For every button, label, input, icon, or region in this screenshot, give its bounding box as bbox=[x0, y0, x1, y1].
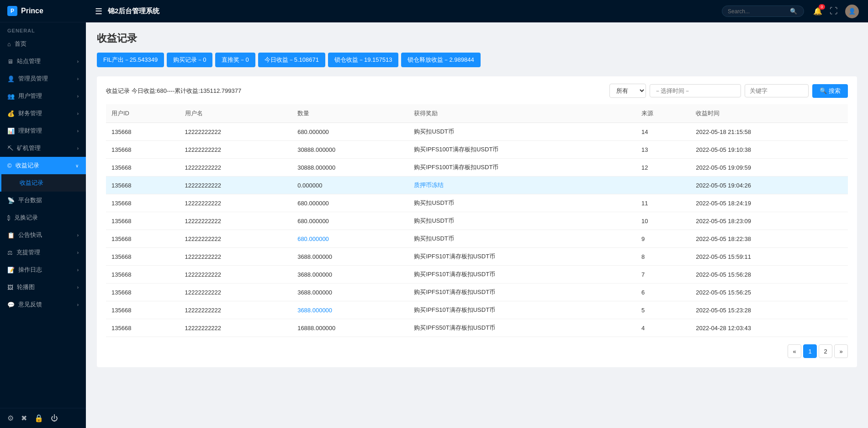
cell-amount: 16888.000000 bbox=[292, 319, 408, 337]
col-user-id: 用户ID bbox=[106, 104, 180, 123]
table-row: 135668 12222222222 3688.000000 购买IPFS10T… bbox=[106, 284, 848, 301]
sidebar-item-label: 理财管理 bbox=[18, 127, 42, 135]
search-input[interactable] bbox=[728, 8, 787, 15]
sidebar-item-label: 管理员管理 bbox=[18, 75, 48, 83]
wealth-icon: 📊 bbox=[7, 128, 15, 134]
cell-time: 2022-05-05 15:56:25 bbox=[690, 284, 848, 301]
cell-user-id: 135668 bbox=[106, 319, 180, 337]
sidebar-item-site[interactable]: 🖥 站点管理 › bbox=[0, 53, 86, 70]
sidebar-item-label: 平台数据 bbox=[18, 196, 42, 204]
cell-user-id: 135668 bbox=[106, 123, 180, 141]
stat-fil[interactable]: FIL产出－25.543349 bbox=[97, 53, 164, 67]
cell-username: 12222222222 bbox=[180, 284, 292, 301]
cell-source: 13 bbox=[636, 141, 690, 159]
hamburger-icon[interactable]: ☰ bbox=[95, 6, 102, 16]
filter-row: 收益记录 今日收益:680----累计收益:135112.799377 所有 购… bbox=[106, 84, 848, 98]
settings-icon[interactable]: ⚙ bbox=[7, 414, 14, 423]
cell-time: 2022-05-05 18:23:09 bbox=[690, 212, 848, 230]
cell-user-id: 135668 bbox=[106, 212, 180, 230]
col-reward: 获得奖励 bbox=[408, 104, 636, 123]
chevron-right-icon: › bbox=[77, 59, 79, 64]
sidebar-item-label: 首页 bbox=[15, 40, 26, 48]
cell-amount: 680.000000 bbox=[292, 123, 408, 141]
stat-buy[interactable]: 购买记录－0 bbox=[167, 53, 212, 67]
logo-icon: P bbox=[7, 6, 17, 16]
col-source: 来源 bbox=[636, 104, 690, 123]
cell-source bbox=[636, 177, 690, 194]
app-logo[interactable]: P Prince bbox=[0, 0, 86, 22]
cell-reward: 购买扣USDT币 bbox=[408, 194, 636, 212]
sidebar-item-admin[interactable]: 👤 管理员管理 › bbox=[0, 70, 86, 87]
table-row: 135668 12222222222 680.000000 购买扣USDT币 1… bbox=[106, 212, 848, 230]
cell-username: 12222222222 bbox=[180, 266, 292, 284]
sidebar-item-withdraw[interactable]: ⚖ 充提管理 › bbox=[0, 244, 86, 261]
table-row: 135668 12222222222 680.000000 购买扣USDT币 1… bbox=[106, 123, 848, 141]
filter-date-input[interactable] bbox=[650, 84, 741, 97]
sidebar-item-earnings[interactable]: © 收益记录 ∨ bbox=[0, 157, 86, 174]
page-1[interactable]: 1 bbox=[803, 344, 817, 358]
stat-today[interactable]: 今日收益－5.108671 bbox=[258, 53, 325, 67]
banner-icon: 🖼 bbox=[7, 284, 13, 291]
cell-amount: 3688.000000 bbox=[292, 284, 408, 301]
oplog-icon: 📝 bbox=[7, 267, 15, 273]
table-row: 135668 12222222222 3688.000000 购买IPFS10T… bbox=[106, 266, 848, 284]
page-next[interactable]: » bbox=[834, 344, 848, 358]
sidebar-item-miner[interactable]: ⛏ 矿机管理 › bbox=[0, 139, 86, 157]
chevron-down-icon: ∨ bbox=[75, 163, 79, 168]
sidebar-item-oplog[interactable]: 📝 操作日志 › bbox=[0, 261, 86, 278]
sidebar-section-label: GENERAL bbox=[0, 22, 86, 35]
sidebar-item-finance[interactable]: 💰 财务管理 › bbox=[0, 105, 86, 122]
topbar-icons: 🔔 0 ⛶ 👤 bbox=[813, 5, 859, 18]
chevron-right-icon: › bbox=[77, 128, 79, 134]
sidebar-item-label: 公告快讯 bbox=[18, 231, 42, 239]
search-button[interactable]: 🔍 搜索 bbox=[812, 84, 848, 98]
cell-user-id: 135668 bbox=[106, 141, 180, 159]
filter-keyword-input[interactable] bbox=[745, 84, 809, 97]
cell-username: 12222222222 bbox=[180, 141, 292, 159]
page-2[interactable]: 2 bbox=[819, 344, 832, 358]
sidebar-item-home[interactable]: ⌂ 首页 bbox=[0, 35, 86, 53]
cell-source: 6 bbox=[636, 284, 690, 301]
home-icon: ⌂ bbox=[7, 41, 11, 48]
sidebar-item-user[interactable]: 👥 用户管理 › bbox=[0, 87, 86, 105]
cell-username: 12222222222 bbox=[180, 319, 292, 337]
close-icon[interactable]: ✖ bbox=[21, 414, 27, 423]
filter-select[interactable]: 所有 购买 直推 锁仓 bbox=[609, 84, 646, 98]
sidebar-item-wealth[interactable]: 📊 理财管理 › bbox=[0, 122, 86, 139]
chevron-right-icon: › bbox=[77, 76, 79, 81]
earnings-table: 用户ID 用户名 数量 获得奖励 来源 收益时间 135668 12222222… bbox=[106, 104, 848, 337]
notification-icon[interactable]: 🔔 0 bbox=[813, 7, 822, 16]
chevron-right-icon: › bbox=[77, 94, 79, 99]
content-area: 收益记录 FIL产出－25.543349 购买记录－0 直推奖－0 今日收益－5… bbox=[86, 22, 868, 428]
cell-reward: 购买扣USDT币 bbox=[408, 212, 636, 230]
sidebar-item-label: 站点管理 bbox=[17, 57, 41, 65]
cell-reward: 购买IPFS50T满存板扣USDT币 bbox=[408, 319, 636, 337]
finance-icon: 💰 bbox=[7, 110, 15, 117]
search-icon: 🔍 bbox=[790, 8, 797, 15]
sidebar-item-feedback[interactable]: 💬 意见反馈 › bbox=[0, 296, 86, 313]
cell-amount: 3688.000000 bbox=[292, 301, 408, 319]
sidebar-item-earnings-sub[interactable]: 收益记录 bbox=[0, 174, 86, 192]
page-title: 收益记录 bbox=[97, 32, 857, 45]
sidebar: P Prince GENERAL ⌂ 首页 🖥 站点管理 › 👤 管理员管理 ›… bbox=[0, 0, 86, 428]
power-icon[interactable]: ⏻ bbox=[51, 414, 58, 423]
cell-reward: 购买IPFS10T满存板扣USDT币 bbox=[408, 248, 636, 266]
expand-icon[interactable]: ⛶ bbox=[830, 6, 838, 16]
lock-icon[interactable]: 🔒 bbox=[34, 414, 43, 423]
chevron-right-icon: › bbox=[77, 250, 79, 255]
sidebar-item-notice[interactable]: 📋 公告快讯 › bbox=[0, 226, 86, 244]
stat-lock[interactable]: 锁仓收益－19.157513 bbox=[328, 53, 398, 67]
page-prev[interactable]: « bbox=[788, 344, 801, 358]
sidebar-item-platform[interactable]: 📡 平台数据 bbox=[0, 192, 86, 209]
sidebar-item-label: 操作日志 bbox=[18, 266, 42, 274]
cell-username: 12222222222 bbox=[180, 230, 292, 248]
pagination: « 1 2 » bbox=[106, 337, 848, 360]
sidebar-item-banner[interactable]: 🖼 轮播图 › bbox=[0, 278, 86, 296]
stat-direct[interactable]: 直推奖－0 bbox=[215, 53, 255, 67]
cell-username: 12222222222 bbox=[180, 123, 292, 141]
avatar[interactable]: 👤 bbox=[845, 5, 859, 18]
col-username: 用户名 bbox=[180, 104, 292, 123]
cell-user-id: 135668 bbox=[106, 194, 180, 212]
sidebar-item-exchange[interactable]: ₿ 兑换记录 bbox=[0, 209, 86, 226]
stat-release[interactable]: 锁仓释放收益－2.989844 bbox=[401, 53, 480, 67]
